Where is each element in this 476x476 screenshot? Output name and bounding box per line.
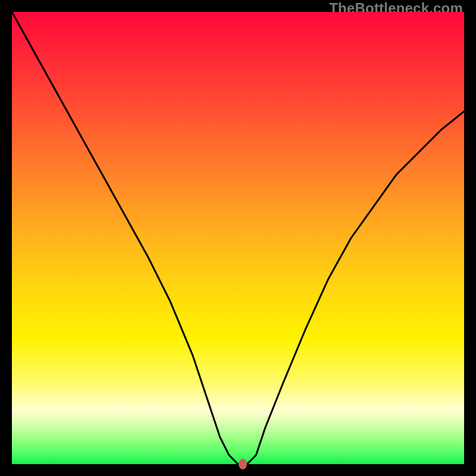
chart-container: TheBottleneck.com — [0, 0, 476, 476]
minimum-marker — [239, 459, 247, 469]
bottleneck-curve — [12, 12, 464, 464]
plot-area — [12, 12, 464, 464]
